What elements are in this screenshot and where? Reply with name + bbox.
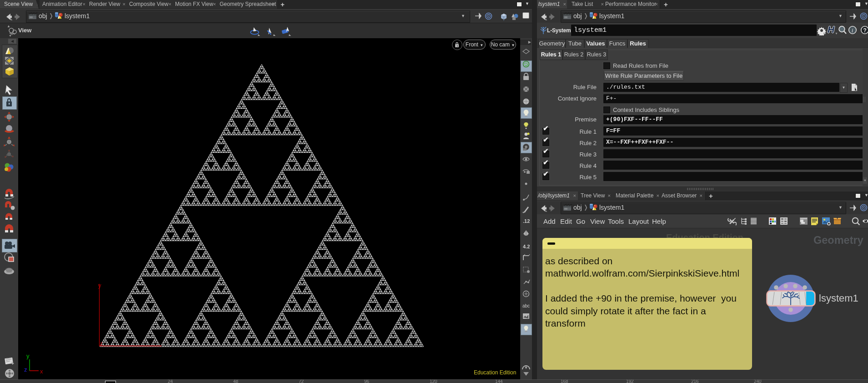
svg-text:i: i <box>852 27 853 34</box>
svg-text:z: z <box>24 366 27 373</box>
svg-text:z: z <box>100 341 103 346</box>
svg-text:x: x <box>40 368 43 375</box>
svg-text:y: y <box>98 282 101 289</box>
svg-text:Education Edition: Education Edition <box>474 369 516 376</box>
svg-text:abc: abc <box>522 303 530 308</box>
svg-text:?: ? <box>863 27 867 34</box>
svg-text:y: y <box>26 353 30 359</box>
svg-text:4.2: 4.2 <box>523 244 530 249</box>
svg-text:.12: .12 <box>523 218 530 224</box>
